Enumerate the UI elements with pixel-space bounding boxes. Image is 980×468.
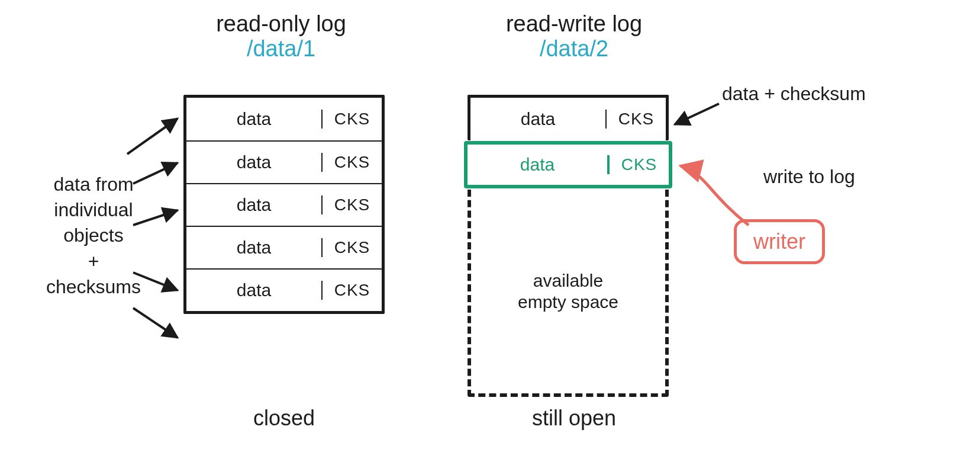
row-cks: CKS xyxy=(321,153,382,172)
left-title: read-only log xyxy=(180,12,382,37)
arrow-left-row1 xyxy=(127,118,178,154)
right-log-table: dataCKS xyxy=(468,95,669,140)
table-row: dataCKS xyxy=(186,226,382,268)
left-caption: closed xyxy=(219,406,349,431)
diagram-canvas: read-only log /data/1 dataCKSdataCKSdata… xyxy=(0,0,980,468)
table-row: dataCKS xyxy=(186,268,382,311)
row-data: data xyxy=(470,109,605,129)
row-data: data xyxy=(186,195,321,215)
active-row-cks: CKS xyxy=(607,155,669,174)
row-cks: CKS xyxy=(321,195,382,214)
active-row-data: data xyxy=(468,155,607,175)
row-data: data xyxy=(186,280,321,300)
anno-write-to-log: write to log xyxy=(763,166,855,188)
row-cks: CKS xyxy=(605,110,666,129)
row-data: data xyxy=(186,109,321,129)
right-title: read-write log xyxy=(468,12,681,37)
table-row: dataCKS xyxy=(186,98,382,140)
right-title-block: read-write log /data/2 xyxy=(468,12,681,62)
row-cks: CKS xyxy=(321,281,382,300)
row-cks: CKS xyxy=(321,238,382,257)
arrow-data-checksum xyxy=(675,104,719,124)
table-row: dataCKS xyxy=(186,140,382,183)
writer-box: writer xyxy=(734,219,825,264)
row-cks: CKS xyxy=(321,110,382,129)
arrow-left-row5 xyxy=(133,308,178,338)
anno-data-checksum: data + checksum xyxy=(722,83,866,105)
right-path: /data/2 xyxy=(468,37,681,62)
left-log-table: dataCKSdataCKSdataCKSdataCKSdataCKS xyxy=(183,95,385,314)
arrow-writer-to-row xyxy=(681,166,749,225)
left-title-block: read-only log /data/1 xyxy=(180,12,382,62)
row-data: data xyxy=(186,152,321,172)
left-side-label: data from individual objects + checksums xyxy=(28,172,159,300)
right-caption: still open xyxy=(497,406,651,431)
table-row: dataCKS xyxy=(186,183,382,226)
left-path: /data/1 xyxy=(180,37,382,62)
table-row: dataCKS xyxy=(470,98,666,140)
empty-space-box: available empty space xyxy=(468,190,669,397)
active-write-row: data CKS xyxy=(464,141,672,188)
row-data: data xyxy=(186,238,321,258)
